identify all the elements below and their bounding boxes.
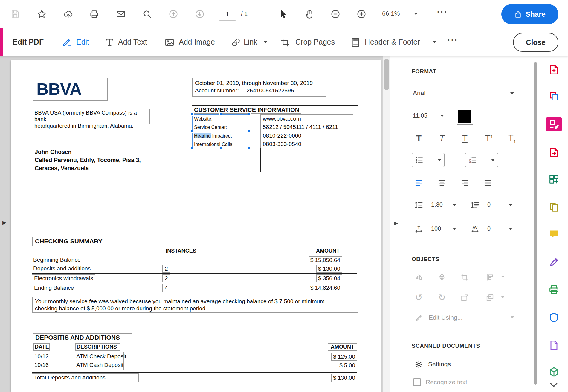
deposits-rows-block[interactable]: 10/12 ATM Check Deposit 10/16 ATM Cash D… [32,352,124,370]
document-scrollbar-thumb[interactable] [384,59,389,90]
bold-icon[interactable]: T [412,131,426,146]
crop-pages-button[interactable]: Crop Pages [295,38,335,46]
date-header[interactable]: DATE [33,343,50,351]
star-icon[interactable] [35,7,49,21]
subscript-icon[interactable]: T1 [505,131,519,146]
combine-files-icon[interactable] [546,89,562,103]
summary-label[interactable]: Ending Balance [32,284,76,292]
crop-icon[interactable] [458,270,472,284]
font-family-select[interactable]: Arial [412,87,515,99]
font-size-select[interactable]: 11.05 [412,110,445,122]
zoom-level-value[interactable]: 66.1% [382,10,400,17]
edit-using-caret-icon[interactable] [511,316,514,318]
line-spacing-select[interactable]: 1.30 [430,199,457,211]
selection-handle[interactable] [191,113,194,116]
header-footer-button[interactable]: Header & Footer [365,38,420,46]
comment-icon[interactable] [546,227,562,241]
scan-icon[interactable] [546,283,562,296]
summary-amount[interactable]: $ 15,050.64 [309,256,342,264]
edit-button[interactable]: Edit [76,38,89,46]
recognize-text-checkbox[interactable] [413,378,421,386]
crop-pages-icon[interactable] [280,37,291,48]
deposit-amount[interactable]: $ 5.00 [338,362,357,369]
copy-pages-icon[interactable] [546,200,562,214]
settings-button[interactable]: Settings [428,361,451,368]
summary-amount[interactable]: $ 356.04 [316,274,342,282]
align-right-icon[interactable] [458,176,472,190]
bbva-logo-block[interactable]: BBVA [33,78,108,101]
selection-handle[interactable] [191,147,194,150]
deposits-amount-header[interactable]: AMOUNT [328,343,357,351]
flip-horizontal-icon[interactable] [412,270,426,284]
zoom-caret-icon[interactable] [414,13,418,15]
edit-using-label[interactable]: Edit Using... [429,314,462,321]
cloud-upload-icon[interactable] [61,7,75,21]
share-button[interactable]: Share [501,4,558,24]
link-button[interactable]: Link [244,38,257,46]
zoom-out-icon[interactable] [329,7,342,21]
rotate-ccw-icon[interactable]: ↺ [412,290,426,305]
summary-label[interactable]: Electronics withdrawals [32,274,95,282]
search-icon[interactable] [140,7,154,21]
rotate-cw-icon[interactable]: ↻ [435,290,449,305]
more-tools-icon[interactable]: ··· [437,7,448,17]
checking-summary-title[interactable]: CHECKING SUMMARY [32,237,112,246]
create-pdf-icon[interactable] [546,63,562,77]
recipient-block[interactable]: John Chosen Called Parvenu, Edify, Tocom… [32,146,156,174]
page-up-icon[interactable] [167,7,180,21]
bank-note-block[interactable]: BBVA USA (formerly BBVA Compass) is a ba… [32,109,150,124]
page-icon[interactable] [546,338,562,352]
edit-pdf-tool-icon[interactable] [546,117,562,131]
amount-header[interactable]: AMOUNT [314,247,342,255]
instances-header[interactable]: INSTANCES [163,247,199,255]
page-number-input[interactable] [219,8,236,20]
service-fee-note-block[interactable]: Your monthly service fee was waived beca… [32,297,358,313]
more-tools-chevron-icon[interactable] [550,380,557,387]
summary-label[interactable]: Deposits and additions [33,265,91,272]
deposits-total-amount[interactable]: $ 130.00 [331,374,357,382]
summary-instances[interactable]: 2 [162,274,170,282]
add-image-icon[interactable] [164,37,175,48]
add-text-button[interactable]: Add Text [118,38,147,46]
selected-text-block[interactable]: Website: Service Center: Hearing Impaire… [192,114,249,148]
selection-handle[interactable] [248,147,251,150]
add-image-button[interactable]: Add Image [179,38,215,46]
save-icon[interactable] [8,7,22,21]
underline-icon[interactable]: T [458,131,472,146]
hand-tool-icon[interactable] [303,7,316,21]
character-spacing-select[interactable]: 0 [486,223,514,235]
customer-service-values-block[interactable]: www.bbva.com 58212 / 5045111 / 4111 / 62… [260,114,353,148]
organize-pages-icon[interactable] [546,172,562,186]
italic-icon[interactable]: T [435,131,449,146]
horizontal-scale-select[interactable]: 100 [430,223,457,235]
deposit-amount[interactable]: $ 125.00 [331,353,357,361]
arrange-icon[interactable] [483,290,497,305]
replace-image-icon[interactable] [458,290,472,305]
bullet-list-dropdown[interactable] [412,153,445,167]
gear-icon[interactable] [412,357,426,372]
fill-sign-icon[interactable] [546,255,562,269]
protect-icon[interactable] [546,311,562,324]
zoom-in-icon[interactable] [355,7,368,21]
document-scrollbar[interactable] [383,56,390,392]
summary-amount[interactable]: $ 14,824.60 [309,284,342,292]
selection-handle[interactable] [248,113,251,116]
align-left-icon[interactable] [412,176,426,190]
align-center-icon[interactable] [435,176,449,190]
edit-pen-icon[interactable] [61,37,73,48]
more-options-icon[interactable]: ··· [448,36,458,45]
deposits-total-label[interactable]: Total Deposits and Additions [32,373,139,382]
optimize-icon[interactable] [546,365,562,379]
customer-service-title[interactable]: CUSTOMER SERVICE INFORMATION [193,106,301,114]
numbered-list-dropdown[interactable]: 123 [465,153,498,167]
email-icon[interactable] [114,7,128,21]
summary-amount[interactable]: $ 130.00 [316,265,342,273]
descriptions-header[interactable]: DESCRIPTIONS [75,343,120,351]
paragraph-spacing-select[interactable]: 0 [486,199,514,211]
left-panel-toggle[interactable]: ▶ [2,219,6,226]
right-panel-toggle[interactable]: ▶ [394,220,398,226]
select-tool-icon[interactable] [276,7,290,21]
selected-text[interactable]: Hearing [194,133,211,138]
superscript-icon[interactable]: T1 [482,131,496,146]
panel-scrollbar-thumb[interactable] [534,62,537,385]
